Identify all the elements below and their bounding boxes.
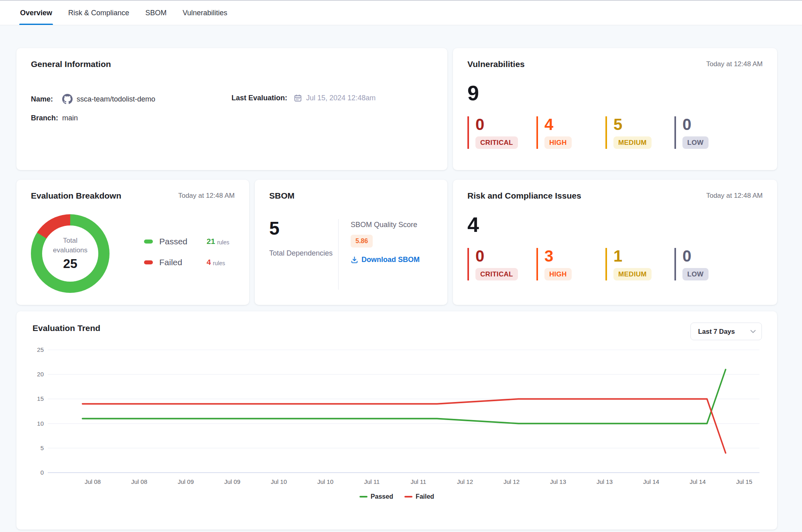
range-selector[interactable]: Last 7 Days	[690, 323, 762, 340]
breakdown-legend: Passed21rulesFailed4rules	[144, 237, 229, 293]
tab-bar: OverviewRisk & ComplianceSBOMVulnerabili…	[0, 1, 802, 25]
last-evaluation-label: Last Evaluation:	[231, 94, 287, 102]
trend-legend: PassedFailed	[32, 493, 761, 500]
severity-count: 0	[475, 248, 527, 264]
legend-label: Failed	[416, 493, 434, 500]
x-axis-tick: Jul 11	[411, 478, 426, 485]
x-axis-tick: Jul 13	[597, 478, 613, 485]
x-axis-tick: Jul 12	[504, 478, 520, 485]
total-dependencies-label: Total Dependencies	[269, 248, 338, 259]
sbom-quality-score-badge: 5.86	[351, 235, 373, 248]
tab-label: Vulnerabilities	[183, 9, 227, 17]
donut-center-value: 25	[63, 256, 77, 271]
name-label: Name:	[31, 95, 62, 104]
github-icon	[62, 94, 73, 104]
x-axis-tick: Jul 13	[550, 478, 566, 485]
severity-badge: HIGH	[544, 136, 572, 149]
severity-list: 0CRITICAL4HIGH5MEDIUM0LOW	[467, 116, 763, 149]
card-evaluation-breakdown: Evaluation Breakdown Today at 12:48 AM T…	[16, 180, 249, 305]
passed-swatch-icon	[144, 240, 153, 244]
card-title: General Information	[31, 59, 433, 69]
severity-count: 4	[544, 116, 596, 132]
failed-swatch-icon	[144, 260, 153, 264]
tab-overview[interactable]: Overview	[19, 1, 53, 25]
repo-name-row: Name: ssca-team/todolist-demo	[31, 94, 231, 104]
severity-high: 3HIGH	[536, 248, 596, 280]
severity-critical: 0CRITICAL	[467, 248, 527, 280]
x-axis-tick: Jul 12	[457, 478, 473, 485]
branch-value: main	[62, 114, 78, 122]
severity-count: 0	[682, 248, 734, 264]
severity-badge: HIGH	[544, 268, 572, 280]
severity-high: 4HIGH	[536, 116, 596, 149]
y-axis-tick: 25	[37, 346, 44, 353]
last-evaluation-value: Jul 15, 2024 12:48am	[306, 94, 376, 102]
tab-risk-compliance[interactable]: Risk & Compliance	[67, 1, 130, 25]
range-selector-value: Last 7 Days	[698, 328, 735, 335]
severity-list: 0CRITICAL3HIGH1MEDIUM0LOW	[467, 248, 763, 280]
severity-badge: MEDIUM	[613, 268, 652, 280]
breakdown-legend-label: Failed	[159, 258, 207, 267]
vertical-divider	[338, 219, 339, 290]
card-timestamp: Today at 12:48 AM	[706, 60, 763, 68]
card-general-information: General Information Name: ssca-team/todo…	[16, 48, 447, 170]
severity-count: 0	[475, 116, 527, 132]
breakdown-legend-value: 21	[207, 237, 215, 246]
card-evaluation-trend: Evaluation Trend Last 7 Days 0510152025J…	[16, 311, 777, 530]
breakdown-legend-failed: Failed4rules	[144, 258, 229, 267]
y-axis-tick: 0	[41, 469, 44, 476]
card-title: Evaluation Trend	[32, 323, 761, 333]
severity-badge: LOW	[682, 136, 709, 149]
severity-badge: CRITICAL	[475, 268, 518, 280]
x-axis-tick: Jul 09	[224, 478, 240, 485]
severity-critical: 0CRITICAL	[467, 116, 527, 149]
x-axis-tick: Jul 08	[131, 478, 147, 485]
severity-count: 3	[544, 248, 596, 264]
legend-label: Passed	[371, 493, 393, 500]
severity-badge: LOW	[682, 268, 709, 280]
card-risk-and-compliance: Risk and Compliance Issues Today at 12:4…	[453, 180, 777, 305]
evaluations-donut-chart: Total evaluations 25	[31, 214, 110, 293]
x-axis-tick: Jul 14	[690, 478, 706, 485]
breakdown-legend-label: Passed	[159, 237, 207, 246]
donut-center-label: Total evaluations	[46, 236, 94, 255]
donut-center: Total evaluations 25	[42, 225, 98, 282]
y-axis-tick: 10	[37, 420, 44, 427]
legend-item-failed: Failed	[404, 493, 434, 500]
severity-count: 0	[682, 116, 734, 132]
x-axis-tick: Jul 11	[364, 478, 380, 485]
series-line-passed	[83, 370, 726, 424]
y-axis-tick: 15	[37, 395, 44, 402]
repo-name-value: ssca-team/todolist-demo	[77, 95, 155, 104]
sbom-quality-score-label: SBOM Quality Score	[351, 221, 420, 229]
x-axis-tick: Jul 14	[643, 478, 659, 485]
download-icon	[351, 256, 358, 264]
trend-line-chart: 0510152025Jul 08Jul 08Jul 09Jul 09Jul 10…	[32, 344, 761, 491]
severity-badge: CRITICAL	[475, 136, 518, 149]
x-axis-tick: Jul 10	[317, 478, 333, 485]
tab-sbom[interactable]: SBOM	[144, 1, 167, 25]
y-axis-tick: 5	[41, 445, 44, 451]
y-axis-tick: 20	[37, 371, 44, 378]
card-sbom: SBOM 5 Total Dependencies SBOM Quality S…	[255, 180, 447, 305]
x-axis-tick: Jul 08	[85, 478, 101, 485]
severity-medium: 1MEDIUM	[605, 248, 665, 280]
x-axis-tick: Jul 10	[271, 478, 287, 485]
last-evaluation-row: Last Evaluation: Jul 15, 2024	[231, 94, 376, 102]
series-line-failed	[83, 399, 726, 453]
severity-medium: 5MEDIUM	[605, 116, 665, 149]
severity-count: 1	[613, 248, 665, 264]
x-axis-tick: Jul 15	[736, 478, 752, 485]
card-timestamp: Today at 12:48 AM	[706, 192, 763, 200]
tab-label: Risk & Compliance	[68, 9, 129, 17]
severity-low: 0LOW	[674, 248, 734, 280]
breakdown-legend-value: 4	[207, 258, 211, 267]
card-title: SBOM	[269, 191, 433, 201]
tab-label: SBOM	[145, 9, 166, 17]
card-timestamp: Today at 12:48 AM	[178, 192, 235, 200]
risk-issues-total: 4	[467, 214, 763, 235]
tab-vulnerabilities[interactable]: Vulnerabilities	[182, 1, 228, 25]
download-sbom-link[interactable]: Download SBOM	[351, 256, 420, 264]
branch-row: Branch: main	[31, 114, 231, 122]
breakdown-legend-unit: rules	[213, 259, 225, 266]
